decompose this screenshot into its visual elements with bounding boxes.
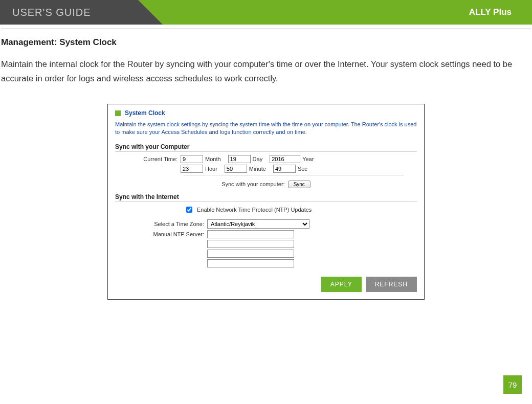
green-square-icon — [115, 110, 121, 116]
year-unit: Year — [302, 156, 314, 162]
second-input[interactable] — [273, 165, 296, 173]
minute-unit: Minute — [249, 166, 266, 172]
header-rule — [1, 29, 531, 29]
divider — [184, 175, 404, 175]
ntp-server-input-4[interactable] — [207, 259, 294, 267]
ntp-server-input-3[interactable] — [207, 250, 294, 258]
section-description: Maintain the internal clock for the Rout… — [1, 57, 531, 85]
doc-header: USER'S GUIDE ALLY Plus — [0, 0, 532, 25]
sync-internet-heading: Sync with the Internet — [115, 193, 417, 202]
users-guide-label: USER'S GUIDE — [12, 7, 91, 18]
hour-unit: Hour — [205, 166, 217, 172]
panel-header: System Clock — [115, 109, 417, 117]
panel-description: Maintain the system clock settings by sy… — [115, 121, 417, 136]
ntp-server-input-1[interactable] — [207, 230, 294, 238]
month-input[interactable] — [181, 155, 203, 163]
ntp-enable-checkbox[interactable] — [186, 207, 192, 213]
settings-panel: System Clock Maintain the system clock s… — [107, 104, 425, 300]
second-unit: Sec — [298, 166, 307, 172]
sync-computer-label: Sync with your computer: — [221, 181, 285, 187]
day-input[interactable] — [228, 155, 251, 163]
ntp-server-label: Manual NTP Server: — [115, 231, 207, 237]
doc-header-left: USER'S GUIDE — [0, 0, 138, 25]
hour-input[interactable] — [181, 165, 203, 173]
panel-title: System Clock — [125, 109, 165, 117]
minute-input[interactable] — [225, 165, 247, 173]
product-label: ALLY Plus — [469, 7, 532, 17]
sync-computer-heading: Sync with your Computer — [115, 143, 417, 152]
current-time-label: Current Time: — [115, 156, 181, 162]
page-number: 79 — [503, 375, 522, 394]
sync-button[interactable]: Sync — [288, 181, 311, 188]
month-unit: Month — [205, 156, 221, 162]
ntp-server-input-2[interactable] — [207, 240, 294, 248]
section-title: Management: System Clock — [1, 37, 531, 48]
timezone-label: Select a Time Zone: — [115, 221, 207, 227]
year-input[interactable] — [270, 155, 300, 163]
day-unit: Day — [253, 156, 263, 162]
timezone-select[interactable]: Atlantic/Reykjavik — [207, 219, 309, 229]
refresh-button[interactable]: REFRESH — [366, 277, 417, 292]
ntp-enable-label: Enable Network Time Protocol (NTP) Updat… — [197, 207, 312, 213]
apply-button[interactable]: APPLY — [321, 277, 362, 292]
